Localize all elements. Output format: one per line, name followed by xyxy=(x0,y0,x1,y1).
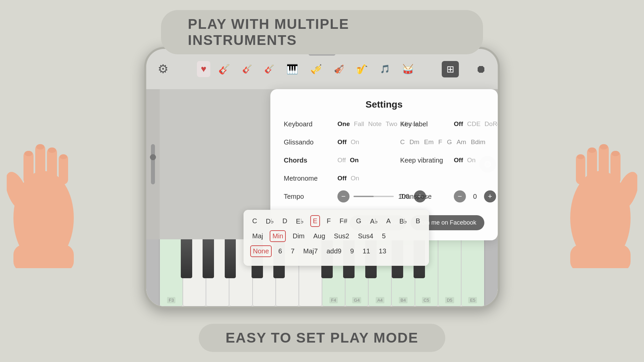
instrument-keyboard[interactable]: 🎹 xyxy=(282,61,302,77)
chord-ext-9[interactable]: 9 xyxy=(348,246,356,256)
settings-right-col: Key label Off CDE DoReMi C Dm Em xyxy=(393,118,490,208)
transpose-minus-button[interactable]: − xyxy=(454,190,466,202)
key-D5[interactable]: D5 xyxy=(438,239,461,306)
chord-note-G[interactable]: G xyxy=(354,216,364,226)
chord-Dm[interactable]: Dm xyxy=(410,138,420,146)
glissando-label: Glissando xyxy=(284,138,337,146)
gear-icon[interactable]: ⚙ xyxy=(153,59,173,79)
instrument-violin[interactable]: 🎻 xyxy=(330,62,348,76)
chords-off[interactable]: Off xyxy=(337,157,346,164)
key-E5[interactable]: E5 xyxy=(461,239,484,306)
hand-left xyxy=(7,101,80,268)
chord-quality-Sus2[interactable]: Sus2 xyxy=(332,231,352,241)
keyboard-opt-one[interactable]: One xyxy=(337,120,350,128)
vibrating-on[interactable]: On xyxy=(467,157,475,164)
chord-quality-5[interactable]: 5 xyxy=(380,231,388,241)
chord-note-C[interactable]: C xyxy=(250,216,259,226)
chords-row: Chords Off On xyxy=(284,154,373,166)
black-key-Gb3[interactable] xyxy=(181,239,192,278)
chord-note-E[interactable]: E xyxy=(310,215,320,227)
tempo-fill xyxy=(354,196,374,197)
top-banner: PLAY WITH MULTIPLE INSTRUMENTS xyxy=(161,10,483,54)
chord-ext-13[interactable]: 13 xyxy=(377,246,388,256)
keylabel-cde[interactable]: CDE xyxy=(467,120,480,128)
chord-quality-Dim[interactable]: Dim xyxy=(290,231,307,241)
chord-ext-add9[interactable]: add9 xyxy=(324,246,343,256)
chord-Am[interactable]: Am xyxy=(457,138,466,146)
keylabel-doremi[interactable]: DoReMi xyxy=(485,120,498,128)
chord-quality-Min[interactable]: Min xyxy=(270,230,286,242)
metronome-label: Metronome xyxy=(284,175,337,182)
chord-ext-None[interactable]: None xyxy=(250,245,272,257)
glissando-options: Off On xyxy=(337,138,359,146)
instrument-icons: ♥ 🎸 🎸 🎸 🎹 🎺 🎻 🎷 🎵 🥁 xyxy=(176,61,439,77)
metronome-off[interactable]: Off xyxy=(337,175,346,182)
key-label-options: Off CDE DoReMi xyxy=(454,120,498,128)
chord-note-F[interactable]: F xyxy=(325,216,333,226)
chord-ext-Maj7[interactable]: Maj7 xyxy=(301,246,320,256)
keyboard-label: Keyboard xyxy=(284,120,337,128)
chord-note-Bb[interactable]: B♭ xyxy=(397,216,409,227)
chord-note-Fs[interactable]: F# xyxy=(337,216,349,226)
chord-quality-row: Maj Min Dim Aug Sus2 Sus4 5 xyxy=(250,230,422,242)
tempo-track[interactable] xyxy=(354,196,394,197)
instrument-trumpet[interactable]: 🎺 xyxy=(306,61,326,77)
svg-rect-21 xyxy=(570,245,631,268)
glissando-on[interactable]: On xyxy=(351,138,359,146)
black-key-Bb3[interactable] xyxy=(225,239,236,278)
svg-rect-10 xyxy=(13,245,74,268)
chord-note-A[interactable]: A xyxy=(384,216,393,226)
instrument-drums[interactable]: 🥁 xyxy=(398,61,418,77)
instrument-xylophone[interactable]: 🎵 xyxy=(376,62,394,76)
chord-quality-Aug[interactable]: Aug xyxy=(311,231,327,241)
volume-slider-left[interactable] xyxy=(146,89,160,239)
black-key-Ab3[interactable] xyxy=(203,239,214,278)
glissando-off[interactable]: Off xyxy=(337,138,346,146)
keyboard-opt-note[interactable]: Note xyxy=(368,120,382,128)
chord-extension-row: None 6 7 Maj7 add9 9 11 13 xyxy=(250,245,422,257)
bottom-banner: EASY TO SET PLAY MODE xyxy=(199,324,445,352)
chord-note-Ab[interactable]: A♭ xyxy=(368,216,379,227)
metronome-on[interactable]: On xyxy=(351,175,359,182)
chord-Em[interactable]: Em xyxy=(424,138,434,146)
tempo-minus-button[interactable]: − xyxy=(337,190,350,202)
piano-grid-icon[interactable]: ⊞ xyxy=(442,61,459,77)
chord-ext-11[interactable]: 11 xyxy=(361,246,372,256)
instrument-guitar1[interactable]: 🎸 xyxy=(214,61,234,77)
chord-note-Eb[interactable]: E♭ xyxy=(294,216,305,227)
keyboard-opt-fall[interactable]: Fall xyxy=(354,120,364,128)
piano-left-edge xyxy=(146,239,160,306)
chords-notes-options: C Dm Em F G Am Bdim xyxy=(400,138,485,146)
chord-ext-7[interactable]: 7 xyxy=(289,246,297,256)
chord-G[interactable]: G xyxy=(447,138,452,146)
instrument-guitar2[interactable]: 🎸 xyxy=(238,62,256,76)
settings-left-col: Keyboard One Fall Note Two Mirror Glissa… xyxy=(284,118,380,208)
glissando-row: Glissando Off On xyxy=(284,136,373,148)
chord-notes-row: C D♭ D E♭ E F F# G A♭ A B♭ B xyxy=(250,215,422,227)
keep-vibrating-row: Keep vibrating Off On xyxy=(400,154,490,166)
metronome-row: Metronome Off On xyxy=(284,172,373,184)
record-icon[interactable]: ⏺ xyxy=(471,59,491,79)
svg-point-18 xyxy=(600,144,608,149)
chord-note-D[interactable]: D xyxy=(280,216,289,226)
keylabel-off[interactable]: Off xyxy=(454,120,463,128)
transpose-plus-button[interactable]: + xyxy=(484,190,496,202)
chords-on[interactable]: On xyxy=(350,157,359,164)
vibrating-off[interactable]: Off xyxy=(454,157,463,164)
piano-right-edge xyxy=(484,239,498,306)
hand-right xyxy=(564,101,637,268)
instrument-sax[interactable]: 🎷 xyxy=(352,61,372,77)
transpose-slider: − 0 + xyxy=(454,190,496,202)
chord-quality-Maj[interactable]: Maj xyxy=(250,231,265,241)
chord-note-B[interactable]: B xyxy=(414,216,422,226)
chord-F[interactable]: F xyxy=(438,138,442,146)
chord-C[interactable]: C xyxy=(400,138,405,146)
chord-Bdim[interactable]: Bdim xyxy=(471,138,485,146)
chord-quality-Sus4[interactable]: Sus4 xyxy=(356,231,375,241)
chord-ext-6[interactable]: 6 xyxy=(276,246,284,256)
transpose-row: Transpose − 0 + xyxy=(400,190,490,202)
chord-note-Db[interactable]: D♭ xyxy=(264,216,275,227)
instrument-guitar3[interactable]: 🎸 xyxy=(260,62,278,76)
instrument-heart[interactable]: ♥ xyxy=(197,61,211,77)
key-F3[interactable]: F3 xyxy=(160,239,183,306)
